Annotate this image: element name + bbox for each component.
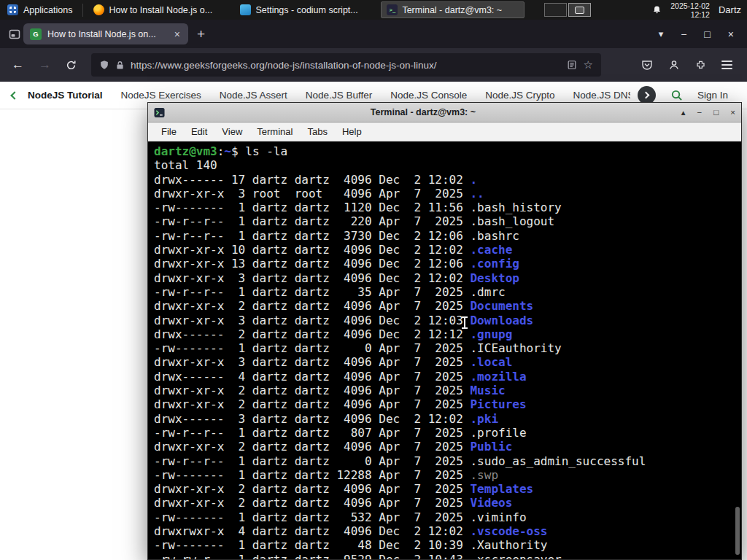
workspace-2[interactable] (568, 3, 591, 17)
listing-name: .ICEauthority (470, 341, 561, 355)
listing-name: .vscode-oss (470, 524, 547, 538)
listing-prefix: drwxr-xr-x 2 dartz dartz 4096 Apr 7 2025 (154, 299, 470, 313)
clock-time: 12:12 (670, 10, 710, 19)
back-button[interactable]: ← (4, 58, 31, 72)
terminal-line: drwxr-xr-x 2 dartz dartz 4096 Apr 7 2025… (154, 397, 741, 411)
account-icon[interactable] (668, 59, 680, 71)
listing-name: Downloads (470, 314, 533, 327)
listing-prefix: -rw-r--r-- 1 dartz dartz 807 Apr 7 2025 (154, 426, 470, 440)
listing-prefix: -rw-rw-r-- 1 dartz dartz 9529 Dec 2 10:4… (154, 553, 470, 559)
new-tab-button[interactable]: + (197, 26, 205, 42)
navbar-right-icons (641, 59, 743, 71)
pocket-icon[interactable] (641, 59, 653, 71)
listing-prefix: drwxr-xr-x 2 dartz dartz 4096 Apr 7 2025 (154, 496, 470, 510)
listing-name: Templates (470, 482, 533, 496)
taskbar-button[interactable]: >_Terminal - dartz@vm3: ~ (381, 1, 525, 18)
listing-name: Music (470, 384, 505, 397)
taskbar: How to Install Node.js o...Settings - co… (86, 0, 526, 20)
listing-prefix: -rw-r--r-- 1 dartz dartz 3730 Dec 2 12:0… (154, 229, 470, 243)
listing-prefix: drwx------ 3 dartz dartz 4096 Dec 2 12:0… (154, 412, 470, 426)
terminal-window-buttons: ▴ − □ × (681, 107, 735, 117)
terminal-line: drwx------ 17 dartz dartz 4096 Dec 2 12:… (154, 173, 741, 187)
terminal-maximize-button[interactable]: □ (713, 108, 719, 117)
site-nav-link[interactable]: NodeJS Tutorial (28, 90, 103, 101)
firefox-view-icon[interactable] (9, 28, 20, 40)
terminal-title: Terminal - dartz@vm3: ~ (171, 107, 676, 117)
terminal-line: drwxr-xr-x 2 dartz dartz 4096 Apr 7 2025… (154, 496, 741, 510)
codium-icon (240, 4, 251, 15)
listing-name: .Xauthority (470, 538, 547, 552)
panel-clock: 2025-12-02 12:12 (670, 1, 710, 19)
terminal-line: drwx------ 3 dartz dartz 4096 Dec 2 12:0… (154, 412, 741, 426)
bookmark-star-icon[interactable]: ☆ (584, 58, 593, 71)
listing-name: .profile (470, 426, 526, 440)
menu-icon[interactable] (721, 61, 732, 69)
taskbar-button-label: Settings - codium script... (255, 5, 357, 15)
listing-prefix: drwxr-xr-x 3 root root 4096 Apr 7 2025 (154, 187, 470, 201)
browser-navbar: ← → https://www.geeksforgeeks.org/node-j… (0, 48, 747, 82)
shield-icon[interactable] (99, 60, 109, 70)
prompt-suffix: $ (231, 144, 239, 158)
terminal-titlebar[interactable]: Terminal - dartz@vm3: ~ ▴ − □ × (148, 103, 741, 122)
menu-file[interactable]: File (154, 124, 184, 139)
url-text[interactable]: https://www.geeksforgeeks.org/node-js/in… (131, 60, 560, 71)
terminal-line: -rw------- 1 dartz dartz 532 Apr 7 2025 … (154, 510, 741, 524)
extensions-icon[interactable] (695, 60, 706, 71)
listing-prefix: -rw------- 1 dartz dartz 0 Apr 7 2025 (154, 341, 470, 355)
site-favicon: G (30, 28, 42, 40)
taskbar-button[interactable]: Settings - codium script... (234, 1, 378, 18)
terminal-icon: >_ (387, 4, 398, 15)
mini-window-icon (575, 7, 584, 14)
taskbar-button[interactable]: How to Install Node.js o... (88, 1, 231, 18)
listing-name: .. (470, 187, 484, 201)
listing-name: .local (470, 355, 512, 369)
lock-icon[interactable] (116, 61, 124, 70)
listing-name: .pki (470, 412, 498, 426)
search-icon[interactable] (670, 89, 683, 101)
listing-name: .config (470, 257, 519, 271)
browser-tab[interactable]: G How to Install Node.js on... × (23, 23, 188, 44)
site-nav-link[interactable]: NodeJS Exercises (121, 90, 201, 101)
menu-terminal[interactable]: Terminal (249, 124, 300, 139)
shade-button[interactable]: ▴ (681, 107, 686, 117)
mouse-text-cursor (464, 318, 465, 327)
terminal-minimize-button[interactable]: − (697, 108, 703, 117)
listing-name: .bashrc (470, 229, 519, 243)
menu-view[interactable]: View (214, 124, 249, 139)
terminal-line: -rw------- 1 dartz dartz 0 Apr 7 2025 .I… (154, 341, 741, 355)
listing-name: .bash_history (470, 201, 561, 214)
url-bar[interactable]: https://www.geeksforgeeks.org/node-js/in… (91, 53, 601, 77)
menu-help[interactable]: Help (335, 124, 369, 139)
reload-button[interactable] (58, 60, 84, 71)
nav-scroll-left-icon[interactable] (10, 91, 18, 99)
site-nav-link[interactable]: Node.JS Buffer (306, 90, 372, 101)
terminal-line: -rw-r--r-- 1 dartz dartz 0 Apr 7 2025 .s… (154, 454, 741, 468)
maximize-button[interactable]: □ (704, 28, 710, 40)
listing-name: Documents (470, 299, 533, 313)
menu-tabs[interactable]: Tabs (300, 124, 334, 139)
close-button[interactable]: × (728, 28, 734, 40)
applications-menu-button[interactable]: Applications (0, 0, 80, 20)
tab-close-icon[interactable]: × (173, 28, 182, 40)
browser-tabstrip: G How to Install Node.js on... × + ▾ − □… (0, 20, 747, 48)
taskbar-button-label: Terminal - dartz@vm3: ~ (402, 5, 502, 15)
sign-in-button[interactable]: Sign In (697, 90, 737, 101)
list-all-tabs-icon[interactable]: ▾ (659, 28, 664, 39)
notification-bell-icon[interactable] (652, 5, 662, 15)
minimize-button[interactable]: − (681, 28, 686, 40)
site-nav-link[interactable]: Node.JS DNS (573, 90, 630, 101)
site-nav-link[interactable]: Node.JS Assert (220, 90, 287, 101)
site-nav-link[interactable]: Node.JS Crypto (485, 90, 554, 101)
terminal-line: drwxr-xr-x 10 dartz dartz 4096 Dec 2 12:… (154, 243, 741, 257)
terminal-line: -rw-r--r-- 1 dartz dartz 3730 Dec 2 12:0… (154, 229, 741, 243)
site-nav-link[interactable]: Node.JS Console (390, 90, 467, 101)
listing-name: . (470, 173, 477, 187)
menu-edit[interactable]: Edit (184, 124, 214, 139)
workspace-1[interactable] (544, 3, 567, 17)
terminal-screen[interactable]: dartz@vm3:~$ ls -la total 140 drwx------… (148, 141, 741, 559)
terminal-scrollbar[interactable] (735, 507, 740, 555)
reader-view-icon[interactable] (567, 60, 577, 70)
clock-date: 2025-12-02 (670, 1, 710, 10)
terminal-close-button[interactable]: × (730, 108, 735, 117)
forward-button[interactable]: → (31, 58, 58, 72)
